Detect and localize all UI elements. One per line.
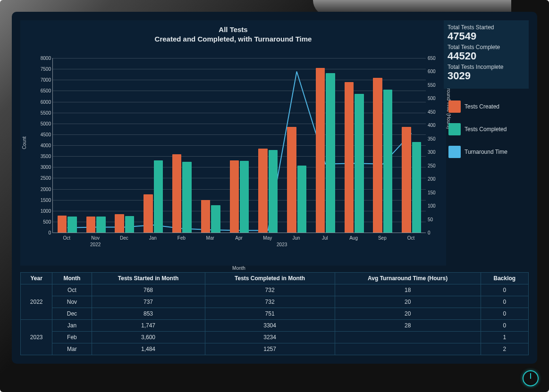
table-row: 2023Jan1,7473304280 [21, 320, 529, 332]
legend-item-completed[interactable]: Tests Completed [448, 123, 529, 135]
ytick-left: 5500 [30, 110, 51, 115]
cell-started: 768 [92, 284, 205, 296]
power-button[interactable] [523, 370, 539, 386]
cell-backlog: 0 [481, 284, 528, 296]
bar-completed[interactable] [355, 94, 363, 233]
cell-backlog: 2 [481, 343, 528, 355]
ytick-right: 300 [428, 150, 443, 155]
cell-month: Oct [52, 284, 92, 296]
table-row: Nov737732200 [21, 296, 529, 308]
monitor-frame: All Tests Created and Completed, with Tu… [0, 0, 549, 392]
bar-completed[interactable] [96, 217, 105, 233]
x-category: Jun [292, 235, 300, 241]
bar-created[interactable] [230, 160, 239, 233]
x-category: Oct [63, 235, 71, 241]
stat-complete-value: 44520 [448, 50, 525, 62]
table-header: Year [21, 273, 52, 284]
ytick-left: 8000 [30, 56, 51, 61]
bar-created[interactable] [201, 200, 210, 233]
bar-created[interactable] [373, 78, 382, 233]
ytick-left: 500 [30, 219, 51, 224]
legend-completed-label: Tests Completed [465, 126, 507, 133]
bar-created[interactable] [287, 127, 296, 233]
ytick-right: 250 [428, 163, 443, 168]
summary-stats: Total Tests Started 47549 Total Tests Co… [444, 20, 529, 89]
bar-completed[interactable] [297, 166, 306, 233]
ytick-left: 4500 [30, 132, 51, 137]
bar-completed[interactable] [154, 160, 163, 233]
cell-completed: 732 [205, 296, 335, 308]
bar-created[interactable] [345, 82, 354, 233]
tests-chart-panel: All Tests Created and Completed, with Tu… [20, 20, 446, 266]
swatch-turnaround-icon [448, 146, 461, 158]
cell-month: Jan [52, 320, 92, 332]
bar-completed[interactable] [412, 142, 421, 233]
table-header: Tests Completed in Month [205, 273, 335, 284]
bar-completed[interactable] [182, 162, 191, 233]
legend-created-label: Tests Created [465, 103, 499, 110]
x-category: Oct [407, 235, 415, 241]
x-category: May [263, 235, 272, 241]
stat-incomplete-value: 3029 [448, 70, 525, 82]
x-year-label: 2022 [90, 242, 101, 247]
bar-created[interactable] [172, 154, 181, 233]
cell-started: 1,747 [92, 320, 205, 332]
dashboard-screen: All Tests Created and Completed, with Tu… [12, 12, 537, 364]
bar-completed[interactable] [125, 216, 134, 233]
x-category: Mar [206, 235, 214, 241]
ytick-right: 650 [428, 56, 443, 61]
stat-complete-label: Total Tests Complete [448, 44, 525, 50]
x-category: Aug [349, 235, 358, 241]
cell-started: 737 [92, 296, 205, 308]
cell-completed: 751 [205, 308, 335, 320]
bar-completed[interactable] [383, 90, 392, 233]
cell-year: 2022 [21, 284, 52, 320]
ytick-right: 400 [428, 123, 443, 128]
legend-item-turnaround[interactable]: Turnaround Time [448, 146, 529, 158]
ytick-left: 5000 [30, 121, 51, 126]
x-category: Feb [177, 235, 186, 241]
ytick-right: 200 [428, 176, 443, 182]
bar-created[interactable] [316, 68, 325, 233]
cell-started: 3,600 [92, 332, 205, 343]
bar-created[interactable] [144, 194, 152, 233]
ytick-left: 3000 [30, 165, 51, 170]
bar-created[interactable] [115, 214, 124, 233]
ytick-left: 1500 [30, 197, 51, 202]
bar-created[interactable] [58, 216, 67, 233]
ytick-right: 450 [428, 109, 443, 114]
ytick-right: 350 [428, 136, 443, 141]
ytick-left: 6500 [30, 88, 51, 93]
table-header: Avg Turnaround Time (Hours) [335, 273, 481, 284]
stat-started-value: 47549 [448, 31, 525, 42]
bar-completed[interactable] [68, 217, 76, 233]
chart-title-line1: All Tests [219, 25, 247, 33]
x-axis-label: Month [52, 266, 425, 271]
bar-created[interactable] [402, 127, 411, 233]
cell-backlog: 0 [481, 296, 528, 308]
stat-incomplete-label: Total Tests Incomplete [448, 64, 525, 70]
ytick-left: 3500 [30, 154, 51, 159]
swatch-completed-icon [448, 123, 461, 135]
cell-backlog: 0 [481, 320, 528, 332]
ytick-left: 0 [30, 230, 51, 235]
cell-turn [335, 332, 481, 343]
ytick-left: 7500 [30, 67, 51, 72]
x-category: Jul [322, 235, 328, 241]
swatch-created-icon [448, 100, 461, 113]
bar-completed[interactable] [269, 150, 278, 233]
legend-item-created[interactable]: Tests Created [448, 100, 529, 113]
x-category: Apr [235, 235, 243, 241]
cell-month: Dec [52, 308, 92, 320]
ytick-left: 7000 [30, 77, 51, 83]
bar-created[interactable] [86, 217, 95, 233]
ytick-left: 2000 [30, 186, 51, 192]
ytick-right: 100 [428, 203, 443, 209]
bar-completed[interactable] [240, 161, 249, 233]
bar-completed[interactable] [211, 205, 220, 233]
bar-created[interactable] [258, 149, 267, 233]
chart-legend: Tests Created Tests Completed Turnaround… [448, 100, 529, 168]
tests-data-table: YearMonthTests Started in MonthTests Com… [20, 272, 529, 355]
table-header: Backlog [481, 273, 528, 284]
bar-completed[interactable] [326, 73, 335, 233]
